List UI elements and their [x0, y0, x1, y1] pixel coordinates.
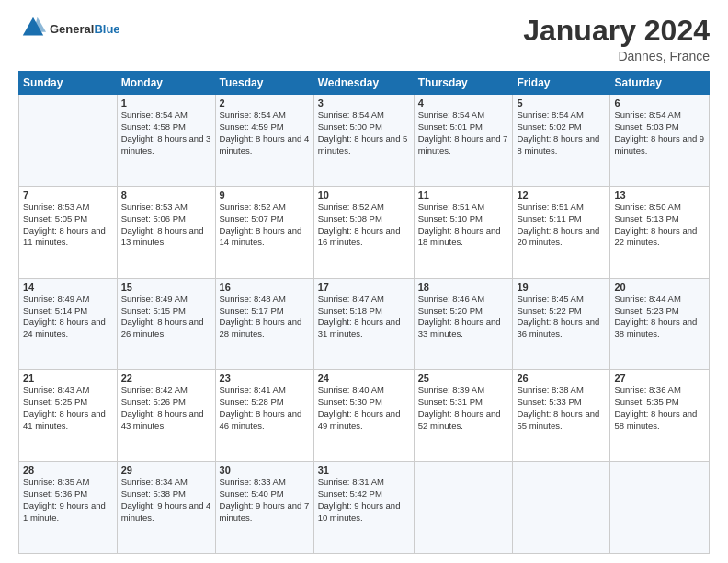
calendar-page: GeneralBlue January 2024 Dannes, France … — [0, 0, 728, 563]
calendar-table: Sunday Monday Tuesday Wednesday Thursday… — [18, 71, 710, 554]
day-detail: Sunrise: 8:51 AM Sunset: 5:11 PM Dayligh… — [517, 201, 606, 248]
table-row: 6Sunrise: 8:54 AM Sunset: 5:03 PM Daylig… — [610, 95, 710, 187]
table-row: 4Sunrise: 8:54 AM Sunset: 5:01 PM Daylig… — [414, 95, 513, 187]
table-row — [19, 95, 118, 187]
day-number: 24 — [318, 373, 410, 384]
day-number: 16 — [220, 282, 310, 293]
table-row: 16Sunrise: 8:48 AM Sunset: 5:17 PM Dayli… — [215, 278, 313, 370]
logo-blue: Blue — [94, 22, 119, 36]
day-number: 28 — [23, 465, 113, 476]
page-header: GeneralBlue January 2024 Dannes, France — [18, 15, 710, 63]
day-number: 20 — [614, 282, 705, 293]
day-detail: Sunrise: 8:54 AM Sunset: 5:01 PM Dayligh… — [418, 109, 509, 156]
day-detail: Sunrise: 8:39 AM Sunset: 5:31 PM Dayligh… — [418, 385, 509, 431]
day-number: 8 — [121, 190, 211, 201]
table-row: 7Sunrise: 8:53 AM Sunset: 5:05 PM Daylig… — [19, 186, 118, 278]
day-number: 19 — [517, 282, 606, 293]
logo-general: General — [50, 22, 94, 36]
table-row: 19Sunrise: 8:45 AM Sunset: 5:22 PM Dayli… — [513, 278, 610, 370]
day-detail: Sunrise: 8:54 AM Sunset: 5:02 PM Dayligh… — [517, 109, 606, 156]
day-number: 2 — [220, 98, 310, 109]
day-detail: Sunrise: 8:43 AM Sunset: 5:25 PM Dayligh… — [23, 385, 113, 431]
table-row: 11Sunrise: 8:51 AM Sunset: 5:10 PM Dayli… — [414, 186, 513, 278]
day-detail: Sunrise: 8:49 AM Sunset: 5:15 PM Dayligh… — [121, 293, 211, 340]
day-detail: Sunrise: 8:54 AM Sunset: 5:00 PM Dayligh… — [318, 109, 410, 156]
location: Dannes, France — [523, 49, 710, 63]
day-detail: Sunrise: 8:33 AM Sunset: 5:40 PM Dayligh… — [220, 477, 310, 523]
day-detail: Sunrise: 8:54 AM Sunset: 5:03 PM Dayligh… — [614, 109, 705, 156]
day-number: 18 — [418, 282, 509, 293]
day-detail: Sunrise: 8:54 AM Sunset: 4:58 PM Dayligh… — [121, 109, 211, 156]
col-monday: Monday — [117, 72, 215, 95]
day-number: 27 — [614, 373, 705, 384]
day-number: 23 — [220, 373, 310, 384]
table-row: 2Sunrise: 8:54 AM Sunset: 4:59 PM Daylig… — [215, 95, 313, 187]
day-number: 5 — [517, 98, 606, 109]
day-detail: Sunrise: 8:47 AM Sunset: 5:18 PM Dayligh… — [318, 293, 410, 340]
table-row: 5Sunrise: 8:54 AM Sunset: 5:02 PM Daylig… — [513, 95, 610, 187]
day-number: 26 — [517, 373, 606, 384]
calendar-week-row: 7Sunrise: 8:53 AM Sunset: 5:05 PM Daylig… — [19, 186, 710, 278]
col-saturday: Saturday — [610, 72, 710, 95]
table-row: 10Sunrise: 8:52 AM Sunset: 5:08 PM Dayli… — [313, 186, 414, 278]
day-number: 31 — [318, 465, 410, 476]
day-detail: Sunrise: 8:53 AM Sunset: 5:06 PM Dayligh… — [121, 201, 211, 248]
day-detail: Sunrise: 8:48 AM Sunset: 5:17 PM Dayligh… — [220, 293, 310, 340]
day-detail: Sunrise: 8:45 AM Sunset: 5:22 PM Dayligh… — [517, 293, 606, 340]
day-detail: Sunrise: 8:36 AM Sunset: 5:35 PM Dayligh… — [614, 385, 705, 431]
table-row: 29Sunrise: 8:34 AM Sunset: 5:38 PM Dayli… — [117, 462, 215, 554]
day-number: 15 — [121, 282, 211, 293]
day-detail: Sunrise: 8:38 AM Sunset: 5:33 PM Dayligh… — [517, 385, 606, 431]
day-number: 6 — [614, 98, 705, 109]
day-number: 3 — [318, 98, 410, 109]
calendar-week-row: 28Sunrise: 8:35 AM Sunset: 5:36 PM Dayli… — [19, 462, 710, 554]
table-row: 12Sunrise: 8:51 AM Sunset: 5:11 PM Dayli… — [513, 186, 610, 278]
day-number: 17 — [318, 282, 410, 293]
table-row: 31Sunrise: 8:31 AM Sunset: 5:42 PM Dayli… — [313, 462, 414, 554]
day-detail: Sunrise: 8:42 AM Sunset: 5:26 PM Dayligh… — [121, 385, 211, 431]
table-row: 14Sunrise: 8:49 AM Sunset: 5:14 PM Dayli… — [19, 278, 118, 370]
day-number: 21 — [23, 373, 113, 384]
day-detail: Sunrise: 8:31 AM Sunset: 5:42 PM Dayligh… — [318, 477, 410, 523]
day-number: 13 — [614, 190, 705, 201]
calendar-week-row: 1Sunrise: 8:54 AM Sunset: 4:58 PM Daylig… — [19, 95, 710, 187]
table-row: 8Sunrise: 8:53 AM Sunset: 5:06 PM Daylig… — [117, 186, 215, 278]
table-row: 25Sunrise: 8:39 AM Sunset: 5:31 PM Dayli… — [414, 370, 513, 462]
calendar-header-row: Sunday Monday Tuesday Wednesday Thursday… — [19, 72, 710, 95]
table-row: 17Sunrise: 8:47 AM Sunset: 5:18 PM Dayli… — [313, 278, 414, 370]
day-detail: Sunrise: 8:44 AM Sunset: 5:23 PM Dayligh… — [614, 293, 705, 340]
day-number: 14 — [23, 282, 113, 293]
day-number: 7 — [23, 190, 113, 201]
calendar-week-row: 14Sunrise: 8:49 AM Sunset: 5:14 PM Dayli… — [19, 278, 710, 370]
day-detail: Sunrise: 8:50 AM Sunset: 5:13 PM Dayligh… — [614, 201, 705, 248]
table-row — [610, 462, 710, 554]
logo: GeneralBlue — [18, 15, 120, 44]
table-row: 28Sunrise: 8:35 AM Sunset: 5:36 PM Dayli… — [19, 462, 118, 554]
day-detail: Sunrise: 8:52 AM Sunset: 5:08 PM Dayligh… — [318, 201, 410, 248]
day-number: 4 — [418, 98, 509, 109]
table-row: 13Sunrise: 8:50 AM Sunset: 5:13 PM Dayli… — [610, 186, 710, 278]
day-detail: Sunrise: 8:46 AM Sunset: 5:20 PM Dayligh… — [418, 293, 509, 340]
day-detail: Sunrise: 8:49 AM Sunset: 5:14 PM Dayligh… — [23, 293, 113, 340]
col-tuesday: Tuesday — [215, 72, 313, 95]
table-row: 27Sunrise: 8:36 AM Sunset: 5:35 PM Dayli… — [610, 370, 710, 462]
day-detail: Sunrise: 8:35 AM Sunset: 5:36 PM Dayligh… — [23, 477, 113, 523]
table-row: 30Sunrise: 8:33 AM Sunset: 5:40 PM Dayli… — [215, 462, 313, 554]
day-number: 30 — [220, 465, 310, 476]
table-row: 15Sunrise: 8:49 AM Sunset: 5:15 PM Dayli… — [117, 278, 215, 370]
table-row: 9Sunrise: 8:52 AM Sunset: 5:07 PM Daylig… — [215, 186, 313, 278]
day-number: 10 — [318, 190, 410, 201]
table-row — [414, 462, 513, 554]
day-number: 29 — [121, 465, 211, 476]
month-year: January 2024 — [523, 15, 710, 47]
table-row: 22Sunrise: 8:42 AM Sunset: 5:26 PM Dayli… — [117, 370, 215, 462]
table-row: 20Sunrise: 8:44 AM Sunset: 5:23 PM Dayli… — [610, 278, 710, 370]
col-friday: Friday — [513, 72, 610, 95]
day-number: 1 — [121, 98, 211, 109]
day-detail: Sunrise: 8:34 AM Sunset: 5:38 PM Dayligh… — [121, 477, 211, 523]
table-row: 18Sunrise: 8:46 AM Sunset: 5:20 PM Dayli… — [414, 278, 513, 370]
day-number: 22 — [121, 373, 211, 384]
table-row: 1Sunrise: 8:54 AM Sunset: 4:58 PM Daylig… — [117, 95, 215, 187]
table-row — [513, 462, 610, 554]
calendar-week-row: 21Sunrise: 8:43 AM Sunset: 5:25 PM Dayli… — [19, 370, 710, 462]
